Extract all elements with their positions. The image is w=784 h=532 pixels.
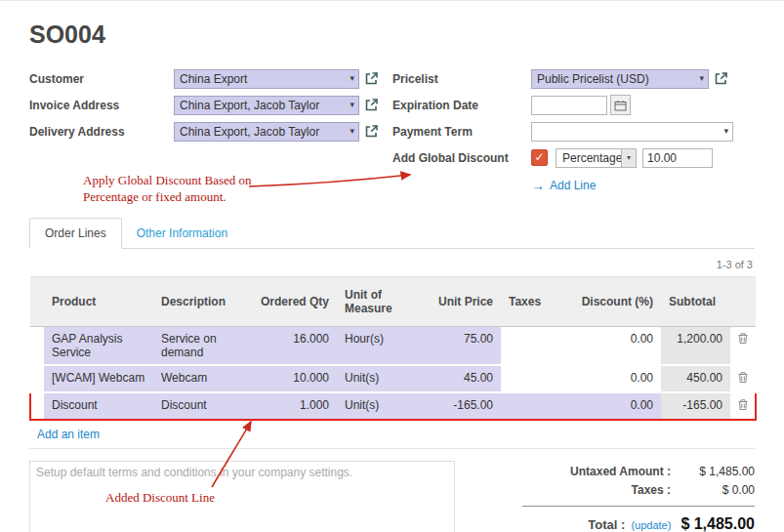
- cell-subtotal: 450.00: [661, 365, 730, 392]
- add-an-item-link[interactable]: Add an item: [29, 421, 755, 449]
- total-label: Total :: [588, 517, 625, 532]
- col-discount[interactable]: Discount (%): [556, 277, 661, 327]
- notebook-tabs: Order Lines Other Information: [29, 217, 755, 249]
- cell-product[interactable]: GAP Analysis Service: [44, 327, 153, 366]
- tab-order-lines[interactable]: Order Lines: [29, 218, 122, 249]
- table-row[interactable]: [WCAM] Webcam Webcam 10.000 Unit(s) 45.0…: [30, 365, 756, 392]
- discount-type-value: Percentage: [557, 149, 621, 167]
- cell-qty[interactable]: 10.000: [251, 365, 337, 392]
- pricelist-select[interactable]: Public Pricelist (USD) ▾: [531, 69, 709, 89]
- global-discount-label: Add Global Discount: [392, 151, 531, 165]
- external-link-icon[interactable]: [364, 71, 379, 86]
- col-product[interactable]: Product: [44, 277, 153, 327]
- payment-term-select[interactable]: ▾: [531, 122, 733, 142]
- handle-column-header: [30, 277, 44, 327]
- col-taxes[interactable]: Taxes: [501, 277, 556, 327]
- cell-taxes[interactable]: [501, 365, 556, 392]
- arrow-right-icon: →: [531, 178, 545, 193]
- chevron-down-icon: ▾: [350, 126, 354, 136]
- cell-description[interactable]: Service on demand: [153, 327, 251, 366]
- cell-price[interactable]: -165.00: [431, 392, 501, 420]
- col-subtotal[interactable]: Subtotal: [661, 277, 730, 327]
- pricelist-value: Public Pricelist (USD): [537, 72, 649, 86]
- external-link-icon[interactable]: [714, 71, 728, 86]
- pricelist-label: Pricelist: [392, 72, 531, 86]
- customer-label: Customer: [29, 72, 174, 86]
- delivery-address-label: Delivery Address: [29, 125, 174, 139]
- pager: 1-3 of 3: [29, 259, 753, 270]
- discount-type-select[interactable]: Percentage ▾: [556, 148, 637, 168]
- invoice-address-label: Invoice Address: [29, 99, 174, 112]
- chevron-down-icon: ▾: [723, 126, 728, 136]
- cell-taxes[interactable]: [501, 392, 556, 420]
- invoice-address-select[interactable]: China Export, Jacob Taylor ▾: [174, 96, 359, 115]
- col-unit-of-measure[interactable]: Unit of Measure: [337, 277, 431, 327]
- global-discount-checkbox[interactable]: ✓: [531, 149, 548, 166]
- discount-amount-input[interactable]: [642, 148, 713, 168]
- taxes-label: Taxes :: [522, 483, 671, 497]
- external-link-icon[interactable]: [364, 98, 379, 112]
- customer-value: China Export: [180, 72, 247, 86]
- chevron-down-icon: ▾: [699, 73, 704, 83]
- trash-icon[interactable]: [730, 392, 756, 420]
- totals-panel: Untaxed Amount : $ 1,485.00 Taxes : $ 0.…: [522, 461, 755, 532]
- taxes-value: $ 0.00: [671, 483, 755, 497]
- cell-price[interactable]: 75.00: [431, 327, 501, 366]
- cell-taxes[interactable]: [501, 327, 556, 366]
- untaxed-amount-label: Untaxed Amount :: [522, 465, 671, 478]
- table-row-discount[interactable]: Discount Discount 1.000 Unit(s) -165.00 …: [30, 392, 756, 420]
- totals-divider: [522, 506, 755, 507]
- cell-description[interactable]: Discount: [153, 392, 251, 420]
- cell-qty[interactable]: 1.000: [251, 392, 337, 420]
- cell-subtotal: -165.00: [661, 392, 730, 420]
- cell-discount[interactable]: 0.00: [556, 365, 661, 392]
- col-description[interactable]: Description: [153, 277, 251, 327]
- cell-product[interactable]: [WCAM] Webcam: [44, 365, 153, 392]
- add-line-link[interactable]: → Add Line: [531, 178, 755, 193]
- chevron-down-icon: ▾: [350, 73, 354, 83]
- cell-uom[interactable]: Hour(s): [337, 327, 431, 366]
- update-link[interactable]: (update): [631, 519, 671, 531]
- page-title: SO004: [29, 20, 755, 49]
- row-handle: [30, 392, 44, 420]
- annotation-global-discount: Apply Global Discount Based on Percentag…: [83, 173, 252, 206]
- cell-price[interactable]: 45.00: [431, 365, 501, 392]
- col-unit-price[interactable]: Unit Price: [431, 277, 501, 327]
- cell-discount[interactable]: 0.00: [556, 392, 661, 420]
- total-value: $ 1,485.00: [681, 515, 755, 532]
- trash-icon[interactable]: [730, 327, 756, 366]
- trash-icon[interactable]: [730, 365, 756, 392]
- untaxed-amount-value: $ 1,485.00: [671, 465, 755, 478]
- expiration-date-input[interactable]: [531, 96, 607, 115]
- row-handle: [30, 327, 44, 366]
- table-row[interactable]: GAP Analysis Service Service on demand 1…: [30, 327, 756, 366]
- cell-product[interactable]: Discount: [44, 392, 153, 420]
- annotation-discount-line: Added Discount Line: [105, 490, 215, 507]
- sale-order-page: SO004 Customer China Export ▾ Invoice Ad…: [0, 0, 784, 532]
- col-ordered-qty[interactable]: Ordered Qty: [251, 277, 337, 327]
- cell-uom[interactable]: Unit(s): [337, 365, 431, 392]
- cell-description[interactable]: Webcam: [153, 365, 251, 392]
- cell-qty[interactable]: 16.000: [251, 327, 337, 366]
- table-header-row: Product Description Ordered Qty Unit of …: [30, 277, 756, 327]
- delivery-address-value: China Export, Jacob Taylor: [180, 125, 319, 139]
- order-lines-table: Product Description Ordered Qty Unit of …: [29, 276, 757, 421]
- expiration-date-label: Expiration Date: [392, 99, 531, 112]
- invoice-address-value: China Export, Jacob Taylor: [180, 99, 319, 112]
- cell-discount[interactable]: 0.00: [556, 327, 661, 366]
- row-handle: [30, 365, 44, 392]
- external-link-icon[interactable]: [364, 124, 379, 139]
- chevron-down-icon: ▾: [350, 100, 354, 109]
- terms-textarea[interactable]: [29, 461, 455, 532]
- chevron-down-icon: ▾: [621, 149, 636, 167]
- cell-subtotal: 1,200.00: [661, 327, 730, 366]
- payment-term-label: Payment Term: [392, 125, 531, 139]
- delivery-address-select[interactable]: China Export, Jacob Taylor ▾: [174, 122, 359, 142]
- tab-other-information[interactable]: Other Information: [122, 219, 242, 248]
- customer-select[interactable]: China Export ▾: [174, 69, 359, 89]
- col-delete: [730, 277, 756, 327]
- cell-uom[interactable]: Unit(s): [337, 392, 431, 420]
- calendar-icon[interactable]: [610, 95, 631, 115]
